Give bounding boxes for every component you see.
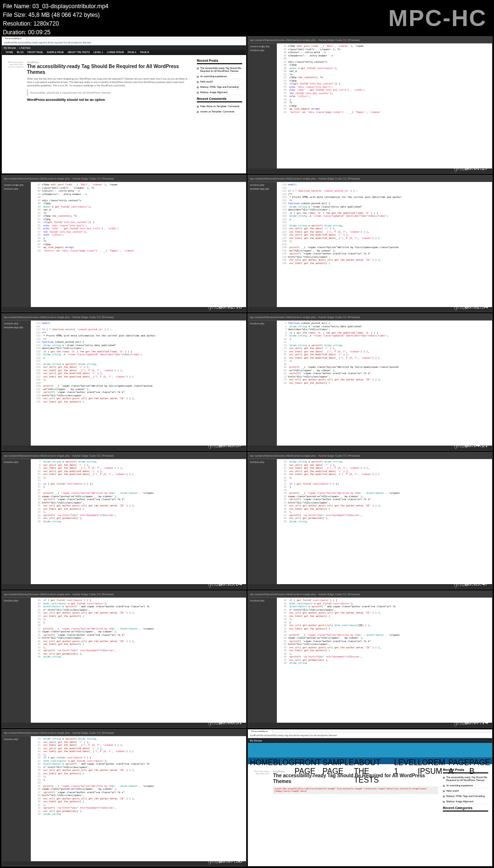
player-watermark: MPC-HC — [388, 5, 487, 31]
thumbnail-10: wp-content/themes/simone-child/content-s… — [247, 590, 493, 728]
thumbnail-grid: The accessibility-re... localhost/the-ac… — [0, 0, 494, 868]
thumbnail-5: wp-content/themes/simone-child/content-s… — [1, 313, 247, 451]
thumbnail-3: wp-content/themes/simone-child/content-s… — [1, 175, 247, 312]
thumbnail-2: wp-content/themes/simone-child/content-s… — [247, 36, 493, 174]
article-title: The accessibility-ready Tag Should Be Re… — [27, 64, 192, 75]
thumbnail-12: The accessibility-re... localhost/the-ac… — [247, 729, 493, 867]
thumbnail-8: wp-content/themes/simone-child/content-s… — [247, 452, 493, 589]
thumbnail-7: wp-content/themes/simone-child/content-s… — [1, 452, 247, 589]
thumbnail-11: wp-content/themes/simone-child/content-s… — [1, 729, 247, 867]
thumbnail-6: wp-content/themes/simone-child/content-s… — [247, 313, 493, 451]
thumbnail-9: wp-content/themes/simone-child/content-s… — [1, 590, 247, 728]
thumbnail-1: The accessibility-re... localhost/the-ac… — [1, 36, 247, 174]
file-info: File Name: 03_03-displaycontributor.mp4 … — [3, 2, 109, 37]
thumbnail-4: wp-content/themes/simone-child/content-s… — [247, 175, 493, 312]
